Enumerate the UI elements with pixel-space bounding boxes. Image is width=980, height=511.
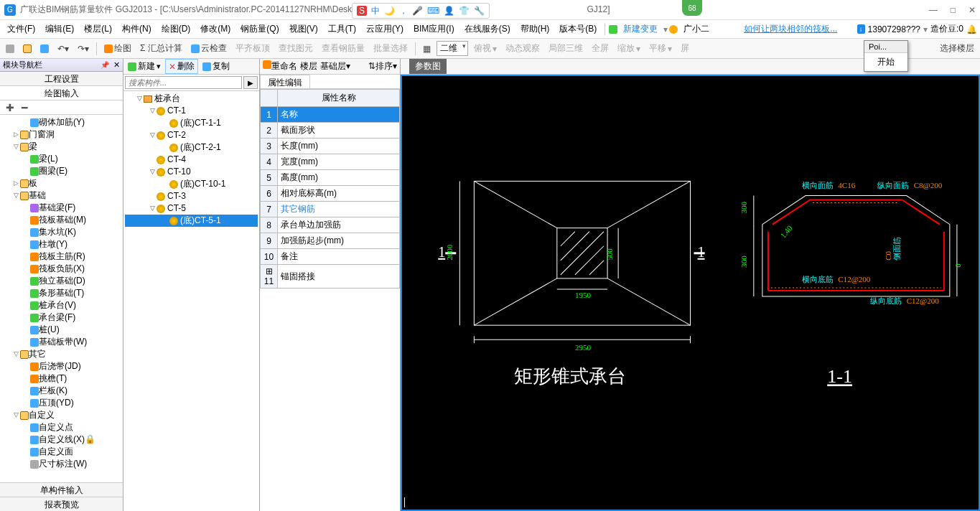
view-rebar-button[interactable]: 查看钢筋量 [319,41,368,56]
tab-draw-input[interactable]: 绘图输入 [0,86,123,100]
menu-rebar[interactable]: 钢筋量(Q) [236,22,283,37]
comp-node[interactable]: ▽桩承台 [125,93,258,105]
comp-node[interactable]: ▽CT-1 [125,105,258,117]
ime-user-icon[interactable]: 👤 [444,6,454,16]
ime-moon-icon[interactable]: 🌙 [384,6,395,16]
close-panel-icon[interactable]: ✕ [113,60,120,70]
prop-row[interactable]: 9加强筋起步(mm) [261,233,400,249]
tree-node[interactable]: 圈梁(E) [1,165,123,177]
menu-help[interactable]: 帮助(H) [516,22,554,37]
ime-skin-icon[interactable]: 👕 [459,6,470,16]
menu-edit[interactable]: 编辑(E) [41,22,78,37]
tree-node[interactable]: 柱墩(Y) [1,238,123,250]
ime-lang[interactable]: 中 [371,5,380,17]
prop-row[interactable]: 8承台单边加强筋 [261,217,400,233]
prop-row[interactable]: 10备注 [261,249,400,265]
notification-badge[interactable]: 68 [682,0,702,16]
pan-button[interactable]: 平移▾ [646,41,675,56]
tree-node[interactable]: ▽基础 [1,189,123,202]
tree-node[interactable]: 桩(U) [1,324,123,336]
tree-node[interactable]: 尺寸标注(W) [1,458,123,470]
close-button[interactable]: ✕ [969,5,976,15]
find-image-button[interactable]: 查找图元 [276,41,316,56]
tree-node[interactable]: 独立基础(D) [1,275,123,287]
tree-node[interactable]: 基础板带(W) [1,336,123,348]
tree-node[interactable]: 条形基础(T) [1,287,123,299]
draw-button[interactable]: 绘图 [101,41,134,56]
tree-node[interactable]: 自定义线(X)🔒 [1,433,123,446]
account-number[interactable]: 13907298??? [868,24,920,34]
expand-icon[interactable]: ⊞ [266,266,273,276]
dynamic-view-button[interactable]: 动态观察 [503,41,543,56]
tree-node[interactable]: 栏板(K) [1,385,123,397]
screen-button[interactable]: 屏 [678,41,692,56]
prop-row[interactable]: 6相对底标高(m) [261,186,400,202]
ime-toolbar[interactable]: S 中 🌙 ， 🎤 ⌨ 👤 👕 🔧 [352,3,490,19]
sum-button[interactable]: Σ 汇总计算 [137,41,185,56]
cloud-check-button[interactable]: 云检查 [188,41,230,56]
tree-node[interactable]: 自定义点 [1,421,123,433]
base-floor-combo[interactable]: 基础层▾ [320,60,350,72]
comp-node[interactable]: ▽CT-10 [125,166,258,178]
menu-version[interactable]: 版本号(B) [555,22,601,37]
tab-property-edit[interactable]: 属性编辑 [260,75,310,88]
current-user[interactable]: 广小二 [679,22,714,37]
undo-button[interactable]: ↶▾ [55,42,72,55]
mode-add-icon[interactable]: ✚ [6,102,14,113]
menu-modify[interactable]: 修改(M) [196,22,235,37]
copy-comp-button[interactable]: 复制 [200,60,233,73]
2d-3d-toggle[interactable]: ▦ [420,42,434,55]
menu-file[interactable]: 文件(F) [3,22,39,37]
align-top-button[interactable]: 平齐板顶 [233,41,273,56]
property-grid[interactable]: 属性名称 1名称2截面形状3长度(mm)4宽度(mm)5高度(mm)6相对底标高… [260,89,400,511]
prop-row[interactable]: 1名称 [261,107,400,123]
pin-icon[interactable]: 📌 [101,61,109,69]
maximize-button[interactable]: □ [951,5,956,15]
tree-node[interactable]: 挑檐(T) [1,372,123,385]
rename-button[interactable]: 重命名 [263,60,297,72]
comp-node[interactable]: ▽CT-2 [125,129,258,141]
menu-tool[interactable]: 工具(T) [324,22,360,37]
open-button[interactable] [20,43,34,55]
select-floor-button[interactable]: 选择楼层 [937,41,977,56]
comp-node[interactable]: (底)CT-1-1 [125,117,258,129]
ime-settings-icon[interactable]: 🔧 [474,6,485,16]
menu-cloud[interactable]: 云应用(Y) [362,22,408,37]
prop-row[interactable]: 5高度(mm) [261,170,400,186]
tree-node[interactable]: 梁(L) [1,153,123,165]
bell-icon[interactable]: 🔔 [966,24,977,34]
batch-select-button[interactable]: 批量选择 [370,41,411,56]
prop-row[interactable]: 3长度(mm) [261,139,400,154]
prop-row[interactable]: 4宽度(mm) [261,154,400,170]
comp-node[interactable]: (底)CT-2-1 [125,141,258,154]
tree-node[interactable]: ▽自定义 [1,409,123,421]
tree-node[interactable]: ▽其它 [1,348,123,360]
delete-comp-button[interactable]: ✕删除 [165,59,198,74]
search-input[interactable] [125,76,242,89]
zoom-button[interactable]: 缩放▾ [615,41,643,56]
fullscreen-button[interactable]: 全屏 [589,41,612,56]
tree-node[interactable]: ▷板 [1,177,123,189]
top-view-button[interactable]: 俯视▾ [471,41,500,56]
drawing-canvas[interactable]: 2950 1950 2000 500 1 1 矩形锥式承台 [401,75,980,511]
prop-row[interactable]: 7其它钢筋 [261,202,400,217]
comp-node[interactable]: (底)CT-5-1 [125,215,258,227]
minimize-button[interactable]: — [929,5,938,15]
tree-node[interactable]: ▽梁 [1,141,123,153]
tree-node[interactable]: 筏板负筋(X) [1,263,123,275]
tree-node[interactable]: 后浇带(JD) [1,360,123,372]
tree-node[interactable]: 基础梁(F) [1,202,123,214]
start-button[interactable]: 开始 [864,53,907,71]
redo-button[interactable]: ↷▾ [75,42,92,55]
tree-node[interactable]: 承台梁(F) [1,311,123,324]
tree-node[interactable]: ▷门窗洞 [1,128,123,141]
tree-node[interactable]: 筏板主筋(R) [1,250,123,263]
tree-node[interactable]: 自定义面 [1,446,123,458]
menu-view[interactable]: 视图(V) [285,22,322,37]
tab-project-settings[interactable]: 工程设置 [0,72,123,86]
ime-keyboard-icon[interactable]: ⌨ [427,6,439,16]
news-link[interactable]: 如何让两块相邻的筏板... [744,23,837,35]
search-go-button[interactable]: ▶ [243,76,258,89]
ime-mic-icon[interactable]: 🎤 [412,6,423,16]
menu-component[interactable]: 构件(N) [118,22,156,37]
